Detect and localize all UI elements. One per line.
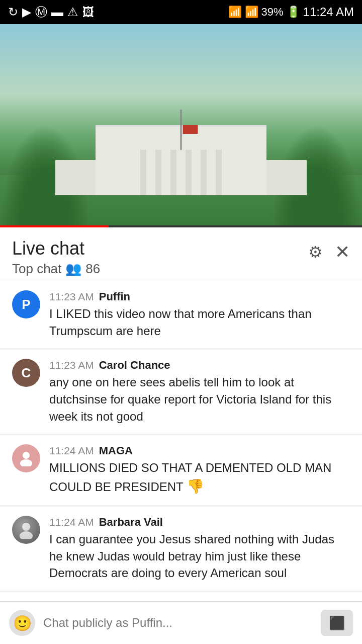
message-text: any one on here sees abelis tell him to … xyxy=(49,374,350,425)
message-author: Carol Chance xyxy=(99,359,170,372)
message-time: 11:24 AM xyxy=(49,445,94,457)
close-icon[interactable]: ✕ xyxy=(335,242,350,263)
svg-point-2 xyxy=(22,523,30,531)
chat-header-left: Live chat Top chat 👥 86 xyxy=(12,237,100,277)
avatar xyxy=(12,444,40,472)
live-chat-title: Live chat xyxy=(12,237,100,259)
chat-header: Live chat Top chat 👥 86 ⚙ ✕ xyxy=(0,227,362,281)
avatar xyxy=(12,516,40,544)
signal-icon: 📶 xyxy=(245,6,258,19)
message-content: 11:24 AM MAGA MILLIONS DIED SO THAT A DE… xyxy=(49,444,350,496)
svg-point-0 xyxy=(23,452,30,459)
status-bar: ↻ ▶ Ⓜ ▬ ⚠ 🖼 📶 📶 39% 🔋 11:24 AM xyxy=(0,0,362,24)
chat-message: 11:24 AM MAGA MILLIONS DIED SO THAT A DE… xyxy=(0,435,362,506)
message-content: 11:24 AM Barbara Vail I can guarantee yo… xyxy=(49,516,350,582)
svg-point-3 xyxy=(20,531,33,539)
video-player[interactable] xyxy=(0,24,362,225)
battery-icon: 🔋 xyxy=(287,6,300,19)
thumbs-down-emoji: 👎 xyxy=(187,478,204,494)
top-chat-label: Top chat xyxy=(12,261,61,277)
message-time: 11:24 AM xyxy=(49,516,94,528)
image-icon: 🖼 xyxy=(82,5,95,19)
chat-message: 11:24 AM Barbara Vail I can guarantee yo… xyxy=(0,507,362,591)
message-content: 11:23 AM Carol Chance any one on here se… xyxy=(49,359,350,425)
chat-input[interactable] xyxy=(43,616,313,630)
viewer-count: 86 xyxy=(85,261,100,277)
white-house xyxy=(55,95,307,195)
chat-input-bar: 🙂 ⬛ xyxy=(0,601,362,644)
message-time: 11:23 AM xyxy=(49,291,94,303)
message-time: 11:23 AM xyxy=(49,359,94,371)
chat-subtitle: Top chat 👥 86 xyxy=(12,261,100,277)
message-author: MAGA xyxy=(99,444,133,457)
message-content: 11:23 AM Puffin I LIKED this video now t… xyxy=(49,290,350,339)
app-icon-m: Ⓜ xyxy=(35,4,47,20)
status-icons: ↻ ▶ Ⓜ ▬ ⚠ 🖼 xyxy=(8,4,95,20)
svg-point-1 xyxy=(20,459,32,466)
avatar: C xyxy=(12,359,40,387)
filter-icon[interactable]: ⚙ xyxy=(308,243,323,262)
youtube-icon: ▶ xyxy=(22,5,31,19)
message-text: MILLIONS DIED SO THAT A DEMENTED OLD MAN… xyxy=(49,459,350,496)
message-meta: 11:24 AM Barbara Vail xyxy=(49,516,350,529)
message-meta: 11:23 AM Carol Chance xyxy=(49,359,350,372)
chat-header-right: ⚙ ✕ xyxy=(308,242,350,263)
chat-messages-container: P 11:23 AM Puffin I LIKED this video now… xyxy=(0,281,362,644)
emoji-button[interactable]: 🙂 xyxy=(9,610,35,636)
message-author: Barbara Vail xyxy=(99,516,163,529)
send-button[interactable]: ⬛ xyxy=(321,610,353,636)
sync-icon: ↻ xyxy=(8,5,18,19)
status-time: 11:24 AM xyxy=(303,5,354,19)
status-right: 📶 📶 39% 🔋 11:24 AM xyxy=(228,5,354,19)
message-meta: 11:24 AM MAGA xyxy=(49,444,350,457)
emoji-face-icon: 🙂 xyxy=(13,614,32,632)
message-text: I can guarantee you Jesus shared nothing… xyxy=(49,531,350,582)
message-meta: 11:23 AM Puffin xyxy=(49,290,350,303)
message-text: I LIKED this video now that more America… xyxy=(49,305,350,339)
wifi-icon: 📶 xyxy=(228,6,242,19)
message-author: Puffin xyxy=(99,290,130,303)
chat-message: P 11:23 AM Puffin I LIKED this video now… xyxy=(0,281,362,349)
people-icon: 👥 xyxy=(65,261,81,277)
chat-message: C 11:23 AM Carol Chance any one on here … xyxy=(0,350,362,434)
avatar: P xyxy=(12,290,40,318)
file-icon: ▬ xyxy=(51,5,63,19)
alert-icon: ⚠ xyxy=(67,5,78,19)
battery-percent: 39% xyxy=(261,6,284,19)
send-icon: ⬛ xyxy=(329,615,345,631)
